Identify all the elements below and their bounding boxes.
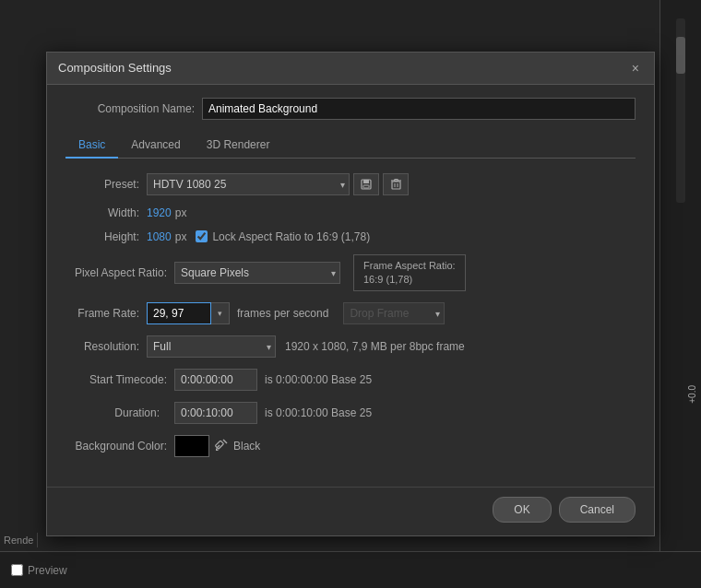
lock-aspect-row: Lock Aspect Ratio to 16:9 (1,78) (196, 230, 370, 243)
bottom-bar: Preview (0, 551, 701, 588)
resolution-row: Resolution: Full 1920 x 1080, 7,9 MB per… (65, 335, 636, 358)
comp-name-input[interactable] (202, 98, 636, 120)
eyedropper-icon (215, 439, 228, 452)
preset-label: Preset: (65, 178, 139, 191)
preview-label: Preview (28, 564, 67, 577)
svg-rect-2 (363, 185, 369, 188)
frame-aspect-ratio-box: Frame Aspect Ratio: 16:9 (1,78) (353, 254, 466, 292)
background-color-label: Background Color: (65, 440, 167, 453)
preview-checkbox-input[interactable] (11, 564, 23, 576)
tabs: Basic Advanced 3D Renderer (65, 133, 636, 159)
save-icon (361, 179, 372, 190)
svg-rect-1 (363, 180, 369, 183)
frame-rate-label: Frame Rate: (65, 307, 139, 320)
start-timecode-input[interactable] (174, 369, 257, 391)
dialog-title: Composition Settings (58, 61, 172, 75)
duration-input[interactable] (174, 402, 257, 424)
drop-frame-wrapper: Drop Frame (343, 302, 445, 324)
duration-info: is 0:00:10:00 Base 25 (265, 406, 372, 419)
delete-icon (391, 179, 401, 190)
resolution-label: Resolution: (65, 340, 139, 353)
par-select-wrapper: Square Pixels (174, 262, 340, 284)
start-timecode-row: Start Timecode: is 0:00:00:00 Base 25 (65, 369, 636, 391)
height-row: Height: 1080 px Lock Aspect Ratio to 16:… (65, 230, 636, 243)
width-unit: px (175, 206, 187, 219)
par-label: Pixel Aspect Ratio: (65, 266, 167, 279)
tab-3d-renderer[interactable]: 3D Renderer (194, 133, 283, 159)
render-label: Rende (0, 533, 38, 547)
tab-basic[interactable]: Basic (65, 133, 118, 159)
background-color-swatch[interactable] (174, 435, 209, 457)
comp-name-label: Composition Name: (65, 102, 195, 115)
par-select[interactable]: Square Pixels (174, 262, 340, 284)
height-label: Height: (65, 230, 139, 243)
lock-aspect-label: Lock Aspect Ratio to 16:9 (1,78) (212, 230, 370, 243)
composition-settings-dialog: Composition Settings × Composition Name:… (46, 52, 655, 537)
cancel-button[interactable]: Cancel (559, 497, 636, 523)
background-color-row: Background Color: Black (65, 435, 636, 457)
fps-label: frames per second (237, 307, 328, 320)
svg-line-8 (223, 440, 227, 443)
resolution-select[interactable]: Full (147, 335, 276, 358)
preset-save-button[interactable] (353, 173, 379, 195)
frame-rate-row: Frame Rate: ▾ frames per second Drop Fra… (65, 302, 636, 324)
right-value-label: +0.0 (687, 385, 697, 404)
lock-aspect-checkbox[interactable] (196, 230, 208, 242)
preset-select[interactable]: HDTV 1080 25 (147, 173, 350, 195)
right-sidebar: +0.0 (659, 0, 701, 588)
ok-button[interactable]: OK (493, 497, 551, 523)
start-timecode-info: is 0:00:00:00 Base 25 (265, 373, 372, 386)
background-color-name: Black (233, 440, 260, 453)
frame-aspect-ratio-label: Frame Aspect Ratio: (363, 259, 456, 273)
tab-advanced[interactable]: Advanced (118, 133, 193, 159)
svg-rect-3 (392, 182, 400, 189)
svg-line-10 (217, 445, 220, 448)
duration-label: Duration: (65, 406, 167, 419)
preview-checkbox[interactable]: Preview (11, 564, 67, 577)
height-unit: px (175, 230, 187, 243)
dialog-body: Composition Name: Basic Advanced 3D Rend… (47, 85, 654, 484)
preset-delete-button[interactable] (383, 173, 409, 195)
preset-row: Preset: HDTV 1080 25 (65, 173, 636, 195)
scrollbar-thumb[interactable] (676, 37, 685, 74)
start-timecode-label: Start Timecode: (65, 373, 167, 386)
eyedropper-button[interactable] (215, 439, 228, 454)
dialog-footer: OK Cancel (47, 487, 654, 535)
frame-aspect-ratio-value: 16:9 (1,78) (363, 273, 456, 287)
par-row: Pixel Aspect Ratio: Square Pixels Frame … (65, 254, 636, 292)
comp-name-row: Composition Name: (65, 98, 636, 120)
drop-frame-select: Drop Frame (343, 302, 445, 324)
height-value[interactable]: 1080 (147, 230, 172, 243)
res-select-wrapper: Full (147, 335, 276, 358)
svg-rect-9 (215, 441, 223, 449)
duration-row: Duration: is 0:00:10:00 Base 25 (65, 402, 636, 424)
preset-select-wrapper: HDTV 1080 25 (147, 173, 350, 195)
close-button[interactable]: × (628, 60, 643, 76)
width-value[interactable]: 1920 (147, 206, 172, 219)
frame-rate-input[interactable] (147, 302, 211, 324)
resolution-info: 1920 x 1080, 7,9 MB per 8bpc frame (285, 340, 465, 353)
frame-rate-input-wrapper: ▾ (147, 302, 230, 324)
dialog-titlebar: Composition Settings × (47, 53, 654, 85)
frame-rate-dropdown-button[interactable]: ▾ (211, 302, 230, 324)
scrollbar-track[interactable] (676, 18, 685, 203)
width-label: Width: (65, 206, 139, 219)
width-row: Width: 1920 px (65, 206, 636, 219)
